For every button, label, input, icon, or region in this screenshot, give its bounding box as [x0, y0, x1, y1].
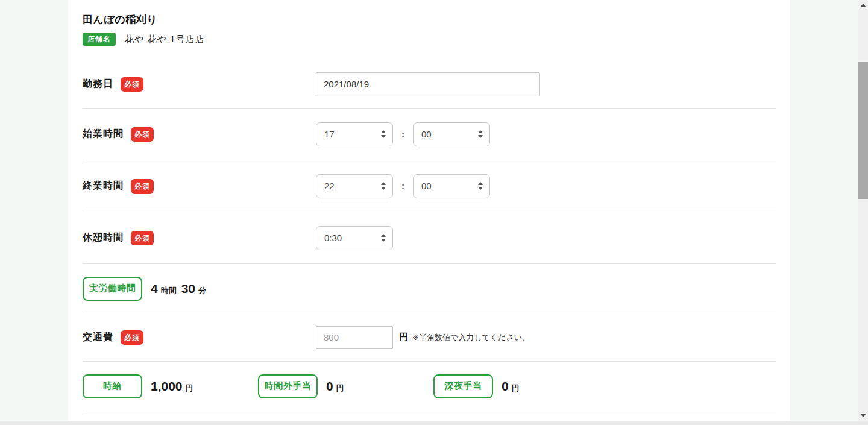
right-gutter: [790, 0, 858, 421]
transport-fee-input[interactable]: [316, 326, 393, 349]
end-time-label: 終業時間: [83, 180, 124, 192]
row-transport-fee: 交通費 必須 円 ※半角数値で入力してください。: [83, 313, 776, 362]
start-minute-value: 00: [421, 129, 432, 139]
actual-work-time-badge: 実労働時間: [83, 277, 142, 301]
required-badge: 必須: [121, 330, 143, 345]
midnight-allowance-unit: 円: [512, 383, 520, 394]
store-name-badge: 店舗名: [83, 33, 116, 46]
end-minute-value: 00: [421, 181, 432, 191]
end-minute-select[interactable]: 00: [413, 174, 490, 198]
hourly-wage-badge: 時給: [83, 374, 142, 398]
end-hour-select[interactable]: 22: [316, 174, 393, 198]
actual-work-minutes-unit: 分: [198, 285, 206, 296]
break-time-label-group: 休憩時間 必須: [83, 231, 316, 245]
time-separator: :: [401, 181, 404, 191]
row-pay: 時給 1,000 円 時間外手当 0 円 深夜手当 0: [83, 362, 776, 411]
select-arrows-icon: [381, 130, 386, 138]
work-date-input[interactable]: [316, 72, 540, 96]
select-arrows-icon: [381, 182, 386, 190]
overtime-allowance-amount: 0: [326, 379, 333, 394]
scroll-up-arrow-icon[interactable]: [860, 4, 866, 7]
store-name: 花や 花や 1号店店: [125, 34, 204, 45]
midnight-allowance-group: 深夜手当 0 円: [433, 374, 520, 398]
vertical-scrollbar[interactable]: [858, 0, 868, 421]
start-hour-select[interactable]: 17: [316, 122, 393, 146]
scrollbar-thumb[interactable]: [858, 62, 868, 199]
start-time-label-group: 始業時間 必須: [83, 127, 316, 142]
row-start-time: 始業時間 必須 17 : 00: [83, 109, 776, 160]
row-work-date: 勤務日 必須: [83, 60, 776, 109]
break-time-value: 0:30: [324, 233, 342, 243]
start-hour-value: 17: [324, 129, 335, 139]
break-time-label: 休憩時間: [83, 231, 124, 244]
select-arrows-icon: [478, 182, 483, 190]
midnight-allowance-amount: 0: [502, 379, 509, 394]
page-title: 田んぼの稲刈り: [83, 13, 776, 27]
hourly-wage-unit: 円: [186, 383, 193, 394]
required-badge: 必須: [121, 77, 143, 92]
midnight-allowance-value: 0 円: [502, 379, 520, 394]
hourly-wage-amount: 1,000: [151, 379, 183, 394]
actual-work-time-value: 4 時間 30 分: [151, 282, 206, 296]
store-line: 店舗名 花や 花や 1号店店: [83, 33, 776, 46]
required-badge: 必須: [131, 127, 154, 142]
end-time-label-group: 終業時間 必須: [83, 179, 316, 194]
hourly-wage-value: 1,000 円: [151, 379, 193, 394]
window-bottom-edge: [0, 421, 868, 425]
scroll-down-arrow-icon[interactable]: [860, 414, 866, 417]
shift-detail-card: 田んぼの稲刈り 店舗名 花や 花や 1号店店 勤務日 必須 始業時間 必須: [68, 0, 790, 421]
overtime-allowance-unit: 円: [336, 383, 344, 394]
row-end-time: 終業時間 必須 22 : 00: [83, 160, 776, 212]
actual-work-minutes: 30: [181, 282, 195, 296]
transport-fee-label-group: 交通費 必須: [83, 330, 316, 345]
midnight-allowance-badge: 深夜手当: [433, 374, 493, 398]
time-separator: :: [401, 129, 404, 139]
row-break-time: 休憩時間 必須 0:30: [83, 212, 776, 264]
work-date-label-group: 勤務日 必須: [83, 77, 316, 92]
transport-fee-unit: 円: [399, 332, 408, 343]
transport-fee-label: 交通費: [83, 331, 113, 344]
overtime-allowance-badge: 時間外手当: [258, 374, 318, 398]
row-actual-work-time: 実労働時間 4 時間 30 分: [83, 264, 776, 313]
select-arrows-icon: [381, 234, 386, 242]
work-date-label: 勤務日: [83, 78, 113, 90]
overtime-allowance-group: 時間外手当 0 円: [258, 374, 433, 398]
end-hour-value: 22: [324, 181, 335, 191]
required-badge: 必須: [131, 179, 154, 194]
overtime-allowance-value: 0 円: [326, 379, 344, 394]
select-arrows-icon: [478, 130, 483, 138]
actual-work-hours: 4: [151, 282, 158, 296]
transport-fee-note: ※半角数値で入力してください。: [412, 332, 530, 343]
left-gutter: [0, 0, 68, 421]
hourly-wage-group: 時給 1,000 円: [83, 374, 258, 398]
main-area: 田んぼの稲刈り 店舗名 花や 花や 1号店店 勤務日 必須 始業時間 必須: [0, 0, 868, 421]
break-time-select[interactable]: 0:30: [316, 226, 393, 250]
page: 田んぼの稲刈り 店舗名 花や 花や 1号店店 勤務日 必須 始業時間 必須: [0, 0, 868, 425]
start-time-label: 始業時間: [83, 128, 124, 140]
start-minute-select[interactable]: 00: [413, 122, 490, 146]
actual-work-hours-unit: 時間: [161, 285, 177, 296]
card-header: 田んぼの稲刈り 店舗名 花や 花や 1号店店: [68, 0, 790, 60]
required-badge: 必須: [131, 231, 154, 245]
